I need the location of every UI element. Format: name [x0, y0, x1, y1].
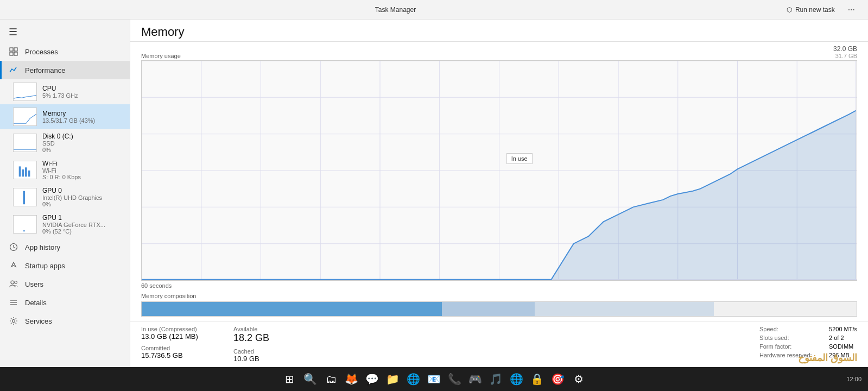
taskbar-icon-1[interactable]: 🦊 — [343, 370, 360, 388]
comp-seg-inuse — [142, 302, 442, 316]
sidebar-item-startup-apps[interactable]: Startup apps — [0, 256, 130, 275]
taskbar-icon-4[interactable]: 🌐 — [405, 370, 422, 388]
task-manager-window: Task Manager ⬡ Run new task ··· ☰ Proces… — [0, 0, 868, 391]
svg-rect-2 — [10, 52, 13, 55]
memory-thumb — [13, 108, 37, 126]
composition-bar — [141, 301, 857, 317]
usage-label: Memory usage — [141, 53, 181, 59]
graph-area: Memory usage 32.0 GB 31.7 GB — [130, 42, 868, 291]
time-label: 60 seconds — [141, 281, 857, 291]
disk0-info: Disk 0 (C:) SSD 0% — [42, 133, 73, 153]
task-view-button[interactable]: 🗂 — [322, 370, 340, 388]
svg-marker-36 — [142, 111, 856, 280]
composition-label: Memory composition — [141, 293, 857, 299]
right-panel: Memory Memory usage 32.0 GB 31.7 GB — [130, 20, 868, 367]
sidebar-item-processes[interactable]: Processes — [0, 42, 130, 61]
perf-item-disk0[interactable]: Disk 0 (C:) SSD 0% — [0, 129, 130, 156]
title-bar: Task Manager ⬡ Run new task ··· — [0, 0, 868, 20]
graph-max-label: 32.0 GB — [833, 45, 857, 53]
perf-item-gpu1[interactable]: GPU 1 NVIDIA GeForce RTX... 0% (52 °C) — [0, 211, 130, 238]
taskbar-icon-7[interactable]: 🎮 — [467, 370, 484, 388]
run-new-task-button[interactable]: ⬡ Run new task — [782, 4, 839, 16]
gpu1-thumb — [13, 215, 37, 234]
hamburger-button[interactable]: ☰ — [0, 22, 130, 42]
users-label: Users — [25, 280, 43, 288]
svg-rect-9 — [23, 230, 25, 231]
performance-icon — [9, 65, 18, 75]
taskbar-icon-2[interactable]: 💬 — [364, 370, 381, 388]
stat-col-available: Available 18.2 GB Cached 10.9 GB — [233, 326, 315, 363]
memory-chart: In use — [141, 60, 857, 281]
svg-rect-4 — [19, 166, 21, 176]
sidebar-item-services[interactable]: Services — [0, 312, 130, 330]
svg-rect-3 — [14, 52, 17, 55]
taskbar: ⊞ 🔍 🗂 🦊 💬 📁 🌐 📧 📞 🎮 🎵 🌐 🔒 🎯 ⚙ 12:00 — [0, 367, 868, 391]
search-button[interactable]: 🔍 — [302, 370, 319, 388]
perf-list: CPU 5% 1.73 GHz Memory 13.5/31.7 GB (43%… — [0, 79, 130, 238]
stat-inuse: In use (Compressed) 13.0 GB (121 MB) — [141, 326, 223, 340]
svg-rect-8 — [23, 191, 25, 204]
processes-label: Processes — [25, 48, 58, 56]
graph-sub-label: 31.7 GB — [833, 53, 857, 59]
perf-item-wifi[interactable]: Wi-Fi Wi-Fi S: 0 R: 0 Kbps — [0, 156, 130, 184]
perf-item-cpu[interactable]: CPU 5% 1.73 GHz — [0, 79, 130, 104]
svg-rect-0 — [10, 48, 13, 51]
sidebar-item-details[interactable]: Details — [0, 293, 130, 312]
stat-form-factor: Form factor: SODIMM — [759, 343, 857, 350]
sidebar-item-performance[interactable]: Performance — [0, 61, 130, 79]
perf-item-gpu0[interactable]: GPU 0 Intel(R) UHD Graphics 0% — [0, 184, 130, 211]
taskbar-icon-12[interactable]: ⚙ — [570, 370, 587, 388]
stat-speed: Speed: 5200 MT/s — [759, 326, 857, 332]
perf-item-memory[interactable]: Memory 13.5/31.7 GB (43%) — [0, 104, 130, 129]
title-bar-actions: ⬡ Run new task ··· — [782, 3, 859, 17]
taskbar-icon-8[interactable]: 🎵 — [487, 370, 505, 388]
main-content: ☰ Processes Performance — [0, 20, 868, 367]
panel-title: Memory — [141, 25, 184, 39]
graph-label-row: Memory usage 32.0 GB 31.7 GB — [141, 42, 857, 60]
more-options-button[interactable]: ··· — [844, 3, 859, 17]
chart-grid-svg — [142, 61, 857, 280]
details-label: Details — [25, 299, 47, 307]
stat-committed: Committed 15.7/36.5 GB — [141, 345, 223, 360]
services-label: Services — [25, 317, 52, 325]
taskbar-icon-9[interactable]: 🌐 — [508, 370, 525, 388]
taskbar-icon-6[interactable]: 📞 — [446, 370, 464, 388]
users-icon — [9, 279, 18, 289]
services-icon — [9, 316, 18, 326]
processes-icon — [9, 47, 18, 56]
taskbar-icon-5[interactable]: 📧 — [426, 370, 443, 388]
run-task-icon: ⬡ — [787, 6, 792, 14]
gpu1-info: GPU 1 NVIDIA GeForce RTX... 0% (52 °C) — [42, 214, 105, 235]
stat-col-right: Speed: 5200 MT/s Slots used: 2 of 2 Form… — [759, 326, 857, 363]
stat-col-inuse: In use (Compressed) 13.0 GB (121 MB) Com… — [141, 326, 223, 363]
composition-section: Memory composition — [130, 291, 868, 321]
svg-rect-1 — [14, 48, 17, 51]
details-icon — [9, 298, 18, 307]
window-title: Task Manager — [9, 6, 782, 14]
svg-rect-5 — [22, 169, 24, 176]
gpu0-info: GPU 0 Intel(R) UHD Graphics 0% — [42, 187, 102, 207]
startup-apps-icon — [9, 261, 18, 270]
taskbar-time: 12:00 — [846, 376, 861, 382]
sidebar-item-users[interactable]: Users — [0, 275, 130, 293]
start-button[interactable]: ⊞ — [281, 370, 299, 388]
comp-seg-standby — [535, 302, 713, 316]
taskbar-right-area: 12:00 — [846, 376, 861, 382]
svg-rect-6 — [25, 167, 27, 176]
comp-seg-free — [714, 302, 857, 316]
svg-point-12 — [15, 281, 17, 284]
svg-rect-7 — [28, 171, 30, 176]
taskbar-icon-10[interactable]: 🔒 — [529, 370, 546, 388]
chart-tooltip: In use — [506, 153, 533, 164]
stat-hw-reserved: Hardware reserved: 296 MB — [759, 352, 857, 358]
performance-label: Performance — [25, 66, 65, 74]
svg-point-11 — [11, 281, 14, 284]
panel-header: Memory — [130, 20, 868, 42]
taskbar-icon-11[interactable]: 🎯 — [549, 370, 567, 388]
cpu-info: CPU 5% 1.73 GHz — [42, 85, 78, 99]
sidebar-item-app-history[interactable]: App history — [0, 238, 130, 256]
taskbar-icon-3[interactable]: 📁 — [384, 370, 402, 388]
memory-info: Memory 13.5/31.7 GB (43%) — [42, 110, 95, 124]
stats-grid: In use (Compressed) 13.0 GB (121 MB) Com… — [130, 321, 868, 367]
startup-apps-label: Startup apps — [25, 262, 65, 270]
